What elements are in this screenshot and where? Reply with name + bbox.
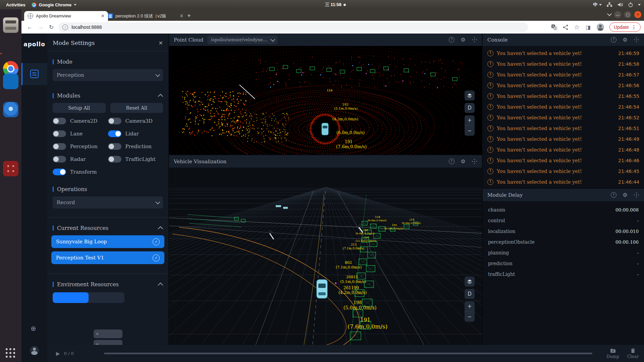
module-delay-row: perceptionObstacle 00:00.106: [483, 237, 644, 247]
settings-gear-icon[interactable]: ⚙: [622, 192, 628, 198]
chrome-tab-strip: Apollo Dreamview ✕ perception 2.0 综述（v2版…: [21, 9, 644, 21]
close-icon[interactable]: ✕: [159, 40, 163, 46]
env-resource-tab[interactable]: [53, 292, 89, 303]
clock[interactable]: 三 11:58: [312, 2, 359, 8]
setup-all-button[interactable]: Setup All: [53, 103, 106, 113]
nav-item-mode-settings[interactable]: [21, 63, 47, 85]
console-list[interactable]: ! You haven't selected a vehicle yet! 21…: [483, 46, 644, 187]
fullscreen-move-icon[interactable]: [472, 37, 477, 43]
help-icon[interactable]: ?: [449, 159, 454, 164]
help-icon[interactable]: ?: [611, 37, 616, 43]
fullscreen-move-icon[interactable]: [472, 159, 477, 164]
module-toggle-switch[interactable]: [53, 156, 66, 163]
module-toggle-switch[interactable]: [53, 118, 66, 124]
module-toggle-switch[interactable]: [53, 143, 66, 150]
address-bar[interactable]: i localhost:8888: [58, 22, 528, 32]
resource-item[interactable]: Sunnyvale Big Loop ✓: [51, 235, 164, 248]
input-method-indicator[interactable]: 中: [593, 2, 602, 8]
reload-icon[interactable]: ↻: [49, 24, 54, 31]
activities-button[interactable]: Activities: [0, 2, 32, 7]
back-icon[interactable]: ←: [27, 24, 33, 31]
help-icon[interactable]: ?: [449, 37, 454, 43]
bookmark-star-icon[interactable]: ☆: [574, 23, 580, 31]
reset-all-button[interactable]: Reset All: [110, 103, 163, 113]
collapse-icon[interactable]: [158, 226, 163, 232]
dock-icon-cyber-tool[interactable]: [3, 102, 18, 117]
new-tab-button[interactable]: +: [187, 12, 191, 19]
zoom-in-button[interactable]: +: [465, 301, 475, 311]
dock-icon-red-grid-app[interactable]: [3, 161, 18, 176]
console-timestamp: 21:46:44: [618, 179, 639, 185]
forward-icon[interactable]: →: [38, 24, 44, 31]
fullscreen-move-icon[interactable]: [634, 192, 639, 198]
collapse-icon[interactable]: [158, 283, 163, 288]
collapse-icon[interactable]: [158, 94, 163, 99]
svg-text:191: 191: [345, 139, 353, 144]
clear-button[interactable]: Clear: [624, 348, 642, 359]
help-icon[interactable]: ?: [611, 192, 616, 198]
window-controls: — ▢ ✕: [608, 11, 641, 18]
add-panel-icon[interactable]: ⊕: [31, 324, 36, 333]
share-icon[interactable]: [562, 24, 569, 30]
warning-icon: !: [487, 179, 493, 185]
dilation-button[interactable]: D: [465, 289, 475, 299]
app-menu[interactable]: Google Chrome: [32, 2, 77, 7]
play-button[interactable]: ▶: [56, 351, 60, 357]
dock-icon-archive[interactable]: [3, 17, 18, 33]
network-icon[interactable]: [606, 2, 612, 7]
translate-icon[interactable]: A: [551, 24, 557, 30]
point-cloud-canvas[interactable]: 154192(5.1m,0.0m/s)(4.3m,0.0m/s)(6.0m,0.…: [169, 46, 482, 155]
console-message: You haven't selected a vehicle yet!: [497, 179, 582, 185]
user-avatar[interactable]: [30, 346, 39, 355]
fullscreen-move-icon[interactable]: [634, 37, 639, 43]
resource-item[interactable]: Perception Test V1 ✓: [51, 251, 164, 264]
module-toggle-switch[interactable]: [53, 169, 66, 175]
minimize-button[interactable]: —: [614, 11, 621, 18]
svg-text:20815: 20815: [346, 275, 358, 279]
console-message: You haven't selected a vehicle yet!: [497, 72, 582, 77]
env-resource-tab[interactable]: [89, 292, 124, 303]
module-toggle-switch[interactable]: [108, 156, 121, 163]
vehicle-viz-canvas[interactable]: 134(6.6m,0.0m/s)214(6.6m,0.0m/s)185(5.2m…: [169, 168, 482, 345]
warning-icon: !: [487, 147, 493, 153]
layers-button[interactable]: [465, 90, 475, 101]
operations-select[interactable]: Record: [53, 196, 163, 208]
tab-search-chevron[interactable]: [607, 11, 612, 16]
layers-button[interactable]: [465, 277, 475, 287]
dump-button[interactable]: Dump: [604, 348, 622, 359]
tab-apollo-dreamview[interactable]: Apollo Dreamview ✕: [24, 11, 108, 21]
mode-select[interactable]: Perception: [53, 69, 163, 81]
close-button[interactable]: ✕: [634, 11, 641, 18]
maximize-button[interactable]: ▢: [624, 11, 631, 18]
dock-icon-vscode[interactable]: [3, 74, 18, 89]
module-delay-value: -: [637, 218, 639, 223]
update-button[interactable]: Update ⋮: [609, 22, 641, 32]
settings-gear-icon[interactable]: ⚙: [460, 37, 466, 43]
globe-favicon: [28, 13, 33, 19]
settings-gear-icon[interactable]: ⚙: [460, 159, 466, 164]
svg-text:288: 288: [363, 229, 368, 232]
show-applications-button[interactable]: [5, 347, 16, 359]
volume-icon[interactable]: [617, 2, 623, 7]
zoom-out-button[interactable]: −: [465, 125, 475, 136]
module-toggle-switch[interactable]: [53, 130, 66, 137]
module-delay-title: Module Delay: [487, 192, 523, 198]
settings-gear-icon[interactable]: ⚙: [622, 37, 628, 43]
module-toggle-switch[interactable]: [108, 118, 121, 124]
tab-close-icon[interactable]: ✕: [101, 13, 105, 18]
module-toggle-switch[interactable]: [108, 143, 121, 150]
tab-perception-doc[interactable]: perception 2.0 综述（v2版 ✕: [105, 11, 187, 21]
dilation-button[interactable]: D: [465, 103, 475, 113]
side-panel-icon[interactable]: ◨: [585, 24, 591, 31]
site-info-icon[interactable]: i: [62, 24, 68, 30]
kebab-menu-icon[interactable]: ⋮: [632, 24, 636, 30]
console-message: You haven't selected a vehicle yet!: [497, 83, 582, 88]
zoom-out-button[interactable]: −: [465, 311, 475, 322]
profile-avatar[interactable]: [597, 23, 604, 31]
current-resources-label: Current Resources: [53, 225, 163, 231]
module-toggle-switch[interactable]: [108, 130, 121, 137]
point-cloud-topic-select[interactable]: /apollo/sensor/velodyne…: [207, 36, 277, 44]
zoom-in-button[interactable]: +: [465, 115, 475, 125]
power-icon[interactable]: [628, 2, 633, 7]
playback-progress-bar[interactable]: [104, 353, 592, 354]
